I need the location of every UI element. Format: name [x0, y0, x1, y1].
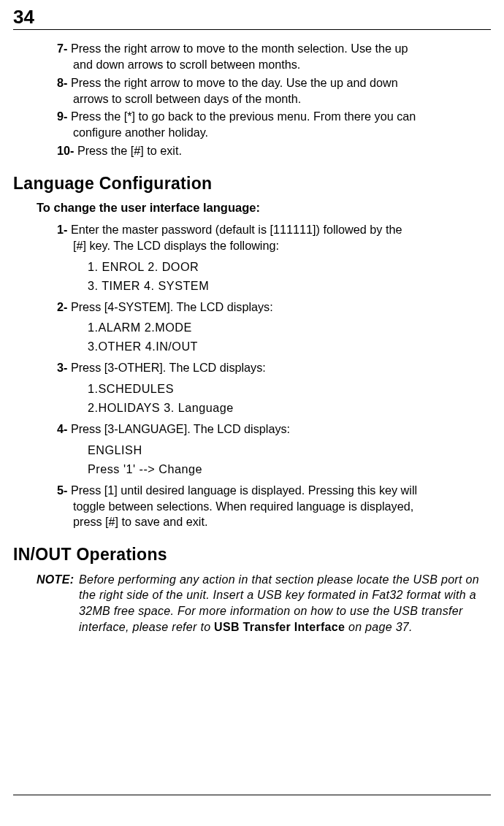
- step-number: 8-: [57, 76, 67, 89]
- step-text: Press the [*] to go back to the previous…: [71, 110, 416, 123]
- lcd-line: 1.SCHEDULES: [88, 380, 491, 399]
- step-item: 5- Press [1] until desired language is d…: [57, 483, 491, 531]
- step-text: Press [3-LANGUAGE]. The LCD displays:: [71, 422, 290, 435]
- step-text: Enter the master password (default is [1…: [71, 223, 402, 236]
- lcd-line: 2.HOLIDAYS 3. Language: [88, 399, 491, 418]
- step-number: 3-: [57, 361, 67, 374]
- step-text: Press [4-SYSTEM]. The LCD displays:: [71, 300, 273, 313]
- step-number: 1-: [57, 223, 67, 236]
- lcd-display-block: 1. ENROL 2. DOOR 3. TIMER 4. SYSTEM: [57, 258, 491, 296]
- step-text: Press [3-OTHER]. The LCD displays:: [71, 361, 266, 374]
- step-number: 10-: [57, 144, 74, 157]
- step-number: 4-: [57, 422, 67, 435]
- step-text-cont: arrows to scroll between days of the mon…: [57, 91, 491, 107]
- step-item: 4- Press [3-LANGUAGE]. The LCD displays:…: [57, 421, 491, 479]
- step-number: 2-: [57, 300, 67, 313]
- lcd-line: ENGLISH: [88, 441, 491, 460]
- step-text: Press [1] until desired language is disp…: [71, 483, 417, 497]
- lcd-line: 3.OTHER 4.IN/OUT: [88, 337, 491, 356]
- note-block: NOTE: Before performing any action in th…: [37, 572, 484, 635]
- page-number: 34: [13, 6, 34, 28]
- step-item: 3- Press [3-OTHER]. The LCD displays: 1.…: [57, 360, 491, 418]
- lcd-display-block: 1.ALARM 2.MODE 3.OTHER 4.IN/OUT: [57, 318, 491, 356]
- note-body: Before performing any action in that sec…: [37, 572, 484, 635]
- initial-step-list: 7- Press the right arrow to move to the …: [13, 41, 491, 159]
- step-item: 8- Press the right arrow to move to the …: [57, 75, 491, 107]
- page-content: 7- Press the right arrow to move to the …: [13, 41, 491, 635]
- top-rule: [13, 29, 491, 30]
- step-text: Press the right arrow to move to the day…: [71, 76, 398, 89]
- step-text: Press the right arrow to move to the mon…: [71, 42, 408, 55]
- step-item: 7- Press the right arrow to move to the …: [57, 41, 491, 73]
- step-item: 1- Enter the master password (default is…: [57, 222, 491, 296]
- step-text-cont: and down arrows to scroll between months…: [57, 57, 491, 73]
- step-text-cont: toggle between selections. When required…: [57, 499, 491, 515]
- step-item: 2- Press [4-SYSTEM]. The LCD displays: 1…: [57, 299, 491, 357]
- language-config-heading: Language Configuration: [13, 174, 491, 194]
- language-subheading: To change the user interface language:: [37, 201, 491, 215]
- step-item: 10- Press the [#] to exit.: [57, 143, 491, 159]
- step-text-cont: [#] key. The LCD displays the following:: [57, 238, 491, 254]
- language-step-list: 1- Enter the master password (default is…: [13, 222, 491, 530]
- note-body-strong: USB Transfer Interface: [214, 621, 345, 633]
- lcd-line: 1.ALARM 2.MODE: [88, 318, 491, 337]
- lcd-line: 3. TIMER 4. SYSTEM: [88, 277, 491, 296]
- lcd-display-block: 1.SCHEDULES 2.HOLIDAYS 3. Language: [57, 380, 491, 418]
- step-text: Press the [#] to exit.: [77, 144, 182, 157]
- inout-operations-heading: IN/OUT Operations: [13, 545, 491, 565]
- step-text-cont: press [#] to save and exit.: [57, 514, 491, 530]
- lcd-display-block: ENGLISH Press '1' --> Change: [57, 441, 491, 479]
- bottom-rule: [13, 795, 491, 795]
- lcd-line: Press '1' --> Change: [88, 460, 491, 479]
- step-number: 9-: [57, 110, 67, 123]
- note-label: NOTE:: [37, 573, 74, 586]
- step-number: 7-: [57, 42, 67, 55]
- step-item: 9- Press the [*] to go back to the previ…: [57, 109, 491, 141]
- note-body-post: on page 37.: [345, 621, 413, 633]
- step-number: 5-: [57, 483, 67, 497]
- step-text-cont: configure another holiday.: [57, 125, 491, 141]
- lcd-line: 1. ENROL 2. DOOR: [88, 258, 491, 277]
